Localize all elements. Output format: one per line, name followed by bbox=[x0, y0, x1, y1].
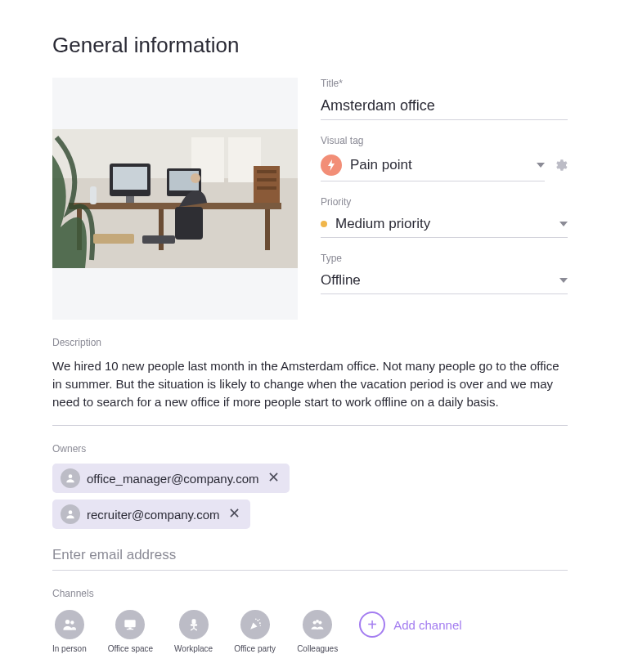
svg-point-25 bbox=[70, 621, 74, 625]
add-channel-label: Add channel bbox=[393, 618, 461, 632]
svg-point-13 bbox=[191, 173, 200, 183]
owner-email: recruiter@company.com bbox=[87, 508, 220, 522]
visual-tag-value: Pain point bbox=[350, 157, 412, 173]
avatar-icon bbox=[61, 468, 80, 488]
owner-email-input[interactable] bbox=[52, 540, 568, 571]
svg-rect-27 bbox=[129, 628, 132, 629]
svg-rect-17 bbox=[257, 178, 276, 181]
people-icon bbox=[55, 610, 84, 639]
group-icon bbox=[303, 610, 332, 639]
priority-dot-icon bbox=[321, 221, 327, 227]
svg-rect-30 bbox=[190, 624, 196, 626]
type-label: Type bbox=[321, 253, 568, 264]
channel-label: Office space bbox=[108, 644, 153, 653]
visual-tag-select[interactable]: Pain point bbox=[321, 151, 545, 181]
close-icon[interactable] bbox=[266, 473, 281, 484]
chevron-down-icon bbox=[559, 222, 568, 226]
type-select[interactable]: Offline bbox=[321, 269, 568, 294]
title-input[interactable] bbox=[321, 94, 568, 120]
priority-select[interactable]: Medium priority bbox=[321, 213, 568, 238]
owner-chip: recruiter@company.com bbox=[52, 500, 250, 529]
channel-workplace[interactable]: Workplace bbox=[174, 610, 213, 653]
svg-point-22 bbox=[69, 475, 73, 479]
chair-icon bbox=[179, 610, 209, 639]
priority-value: Medium priority bbox=[335, 216, 430, 232]
svg-rect-18 bbox=[257, 186, 276, 190]
svg-point-32 bbox=[257, 620, 258, 621]
svg-rect-21 bbox=[90, 186, 97, 204]
channel-office-space[interactable]: Office space bbox=[108, 610, 153, 653]
svg-rect-26 bbox=[125, 620, 136, 627]
channel-office-party[interactable]: Office party bbox=[234, 610, 276, 653]
svg-rect-9 bbox=[113, 167, 147, 190]
channel-colleagues[interactable]: Colleagues bbox=[297, 610, 338, 653]
svg-rect-10 bbox=[126, 196, 134, 203]
svg-point-34 bbox=[255, 619, 257, 620]
svg-rect-29 bbox=[191, 620, 195, 625]
cover-image[interactable] bbox=[52, 78, 298, 320]
confetti-icon bbox=[240, 610, 270, 639]
close-icon[interactable] bbox=[227, 508, 242, 520]
svg-point-33 bbox=[258, 623, 260, 625]
plus-icon: + bbox=[359, 612, 385, 638]
office-photo bbox=[52, 129, 298, 268]
channels-label: Channels bbox=[52, 588, 94, 599]
priority-label: Priority bbox=[321, 196, 568, 208]
avatar-icon bbox=[61, 504, 80, 524]
channel-label: Office party bbox=[234, 644, 276, 653]
visual-tag-label: Visual tag bbox=[321, 135, 568, 146]
svg-rect-20 bbox=[142, 235, 175, 244]
monitor-icon bbox=[115, 610, 145, 639]
svg-rect-14 bbox=[175, 207, 203, 240]
svg-rect-16 bbox=[257, 170, 276, 173]
svg-rect-7 bbox=[265, 209, 270, 250]
svg-point-23 bbox=[69, 511, 73, 515]
svg-point-37 bbox=[316, 620, 319, 623]
owner-chip: office_manager@company.com bbox=[52, 464, 290, 493]
svg-rect-6 bbox=[159, 209, 164, 250]
description-label: Description bbox=[52, 337, 101, 348]
chevron-down-icon bbox=[537, 163, 545, 168]
gear-icon[interactable] bbox=[553, 158, 568, 176]
title-label: Title* bbox=[321, 78, 568, 89]
owner-email: office_manager@company.com bbox=[87, 472, 259, 486]
svg-rect-28 bbox=[127, 629, 133, 629]
svg-rect-4 bbox=[69, 203, 281, 209]
channel-label: Workplace bbox=[174, 644, 213, 653]
channel-in-person[interactable]: In person bbox=[52, 610, 87, 653]
description-text[interactable]: We hired 10 new people last month in the… bbox=[52, 357, 568, 426]
svg-rect-19 bbox=[93, 234, 134, 244]
channel-label: Colleagues bbox=[297, 644, 338, 653]
svg-point-24 bbox=[65, 620, 70, 624]
type-value: Offline bbox=[321, 272, 361, 289]
add-channel-button[interactable]: + Add channel bbox=[359, 610, 461, 638]
chevron-down-icon bbox=[559, 278, 568, 283]
owners-label: Owners bbox=[52, 443, 86, 455]
channel-label: In person bbox=[52, 644, 87, 653]
lightning-icon bbox=[321, 155, 342, 176]
page-title: General information bbox=[52, 33, 568, 58]
